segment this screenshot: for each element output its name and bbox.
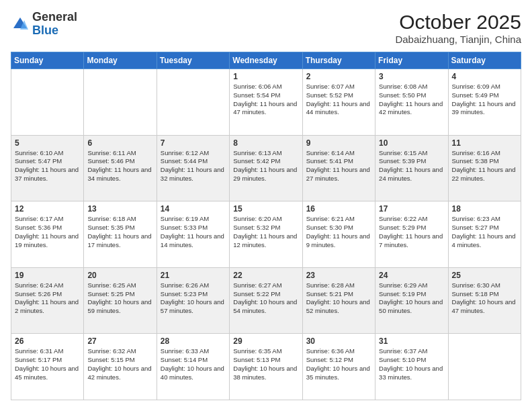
- day-number: 22: [233, 271, 298, 280]
- month-title: October 2025: [395, 11, 521, 34]
- col-header-friday: Friday: [375, 52, 448, 69]
- title-block: October 2025 Dabaizhuang, Tianjin, China: [395, 11, 521, 45]
- calendar-cell: 31Sunrise: 6:37 AMSunset: 5:10 PMDayligh…: [375, 334, 448, 400]
- day-info: Sunrise: 6:19 AMSunset: 5:33 PMDaylight:…: [161, 215, 226, 249]
- day-number: 30: [306, 336, 371, 346]
- day-number: 15: [233, 204, 298, 214]
- day-info: Sunrise: 6:08 AMSunset: 5:50 PMDaylight:…: [379, 83, 444, 117]
- calendar-cell: 16Sunrise: 6:21 AMSunset: 5:30 PMDayligh…: [302, 201, 375, 268]
- day-info: Sunrise: 6:32 AMSunset: 5:15 PMDaylight:…: [87, 347, 152, 381]
- calendar-cell: 22Sunrise: 6:27 AMSunset: 5:22 PMDayligh…: [230, 267, 302, 334]
- calendar-cell: 10Sunrise: 6:15 AMSunset: 5:39 PMDayligh…: [375, 135, 448, 201]
- calendar-cell: 12Sunrise: 6:17 AMSunset: 5:36 PMDayligh…: [11, 201, 84, 268]
- day-info: Sunrise: 6:21 AMSunset: 5:30 PMDaylight:…: [306, 215, 371, 249]
- day-info: Sunrise: 6:18 AMSunset: 5:35 PMDaylight:…: [87, 215, 152, 249]
- day-number: 21: [161, 271, 226, 280]
- day-number: 20: [87, 271, 152, 280]
- col-header-wednesday: Wednesday: [230, 52, 302, 69]
- day-number: 25: [452, 271, 517, 280]
- day-info: Sunrise: 6:20 AMSunset: 5:32 PMDaylight:…: [233, 215, 298, 249]
- day-number: 8: [233, 138, 298, 148]
- day-number: 23: [306, 271, 371, 280]
- col-header-tuesday: Tuesday: [157, 52, 229, 69]
- day-number: 26: [15, 336, 80, 346]
- day-number: 27: [87, 336, 152, 346]
- day-info: Sunrise: 6:07 AMSunset: 5:52 PMDaylight:…: [306, 83, 371, 117]
- day-number: 1: [233, 72, 298, 81]
- calendar-header-row: SundayMondayTuesdayWednesdayThursdayFrid…: [11, 52, 521, 69]
- day-info: Sunrise: 6:26 AMSunset: 5:23 PMDaylight:…: [161, 281, 226, 316]
- day-info: Sunrise: 6:23 AMSunset: 5:27 PMDaylight:…: [452, 215, 517, 249]
- day-number: 13: [87, 204, 152, 214]
- day-info: Sunrise: 6:24 AMSunset: 5:26 PMDaylight:…: [15, 281, 80, 316]
- day-number: 28: [161, 336, 226, 346]
- week-row-3: 12Sunrise: 6:17 AMSunset: 5:36 PMDayligh…: [11, 201, 521, 268]
- calendar-cell: 27Sunrise: 6:32 AMSunset: 5:15 PMDayligh…: [84, 334, 157, 400]
- day-number: 10: [379, 138, 444, 148]
- day-number: 7: [161, 138, 226, 148]
- day-number: 9: [306, 138, 371, 148]
- day-info: Sunrise: 6:12 AMSunset: 5:44 PMDaylight:…: [161, 149, 226, 183]
- calendar-table: SundayMondayTuesdayWednesdayThursdayFrid…: [11, 52, 521, 400]
- week-row-2: 5Sunrise: 6:10 AMSunset: 5:47 PMDaylight…: [11, 135, 521, 201]
- day-info: Sunrise: 6:09 AMSunset: 5:49 PMDaylight:…: [452, 83, 517, 117]
- day-number: 16: [306, 204, 371, 214]
- day-info: Sunrise: 6:22 AMSunset: 5:29 PMDaylight:…: [379, 215, 444, 249]
- day-number: 14: [161, 204, 226, 214]
- calendar-cell: 26Sunrise: 6:31 AMSunset: 5:17 PMDayligh…: [11, 334, 84, 400]
- day-number: 3: [379, 72, 444, 81]
- calendar-cell: 30Sunrise: 6:36 AMSunset: 5:12 PMDayligh…: [302, 334, 375, 400]
- calendar-cell: 3Sunrise: 6:08 AMSunset: 5:50 PMDaylight…: [375, 69, 448, 136]
- day-info: Sunrise: 6:14 AMSunset: 5:41 PMDaylight:…: [306, 149, 371, 183]
- calendar-cell: 18Sunrise: 6:23 AMSunset: 5:27 PMDayligh…: [448, 201, 521, 268]
- day-info: Sunrise: 6:36 AMSunset: 5:12 PMDaylight:…: [306, 347, 371, 381]
- col-header-monday: Monday: [84, 52, 157, 69]
- col-header-saturday: Saturday: [448, 52, 521, 69]
- day-info: Sunrise: 6:30 AMSunset: 5:18 PMDaylight:…: [452, 281, 517, 316]
- day-info: Sunrise: 6:16 AMSunset: 5:38 PMDaylight:…: [452, 149, 517, 183]
- logo-icon: [11, 15, 30, 34]
- calendar-cell: 15Sunrise: 6:20 AMSunset: 5:32 PMDayligh…: [230, 201, 302, 268]
- day-number: 6: [87, 138, 152, 148]
- day-info: Sunrise: 6:13 AMSunset: 5:42 PMDaylight:…: [233, 149, 298, 183]
- day-info: Sunrise: 6:17 AMSunset: 5:36 PMDaylight:…: [15, 215, 80, 249]
- calendar-cell: 5Sunrise: 6:10 AMSunset: 5:47 PMDaylight…: [11, 135, 84, 201]
- day-number: 31: [379, 336, 444, 346]
- calendar-cell: 7Sunrise: 6:12 AMSunset: 5:44 PMDaylight…: [157, 135, 229, 201]
- day-number: 18: [452, 204, 517, 214]
- calendar-cell: 17Sunrise: 6:22 AMSunset: 5:29 PMDayligh…: [375, 201, 448, 268]
- calendar-cell: [84, 69, 157, 136]
- day-info: Sunrise: 6:28 AMSunset: 5:21 PMDaylight:…: [306, 281, 371, 316]
- calendar-cell: 24Sunrise: 6:29 AMSunset: 5:19 PMDayligh…: [375, 267, 448, 334]
- day-info: Sunrise: 6:15 AMSunset: 5:39 PMDaylight:…: [379, 149, 444, 183]
- day-info: Sunrise: 6:31 AMSunset: 5:17 PMDaylight:…: [15, 347, 80, 381]
- calendar-cell: [448, 334, 521, 400]
- week-row-5: 26Sunrise: 6:31 AMSunset: 5:17 PMDayligh…: [11, 334, 521, 400]
- day-info: Sunrise: 6:33 AMSunset: 5:14 PMDaylight:…: [161, 347, 226, 381]
- calendar-cell: 23Sunrise: 6:28 AMSunset: 5:21 PMDayligh…: [302, 267, 375, 334]
- page: General Blue October 2025 Dabaizhuang, T…: [0, 0, 532, 411]
- day-number: 24: [379, 271, 444, 280]
- logo-blue-text: Blue: [32, 24, 77, 38]
- day-number: 11: [452, 138, 517, 148]
- calendar-cell: 29Sunrise: 6:35 AMSunset: 5:13 PMDayligh…: [230, 334, 302, 400]
- calendar-cell: 28Sunrise: 6:33 AMSunset: 5:14 PMDayligh…: [157, 334, 229, 400]
- calendar-cell: 2Sunrise: 6:07 AMSunset: 5:52 PMDaylight…: [302, 69, 375, 136]
- calendar-cell: [157, 69, 229, 136]
- calendar-cell: 11Sunrise: 6:16 AMSunset: 5:38 PMDayligh…: [448, 135, 521, 201]
- day-info: Sunrise: 6:10 AMSunset: 5:47 PMDaylight:…: [15, 149, 80, 183]
- calendar-cell: 14Sunrise: 6:19 AMSunset: 5:33 PMDayligh…: [157, 201, 229, 268]
- logo-general-text: General: [32, 11, 77, 24]
- logo: General Blue: [11, 11, 77, 38]
- calendar-cell: 13Sunrise: 6:18 AMSunset: 5:35 PMDayligh…: [84, 201, 157, 268]
- col-header-thursday: Thursday: [302, 52, 375, 69]
- day-number: 12: [15, 204, 80, 214]
- calendar-cell: 8Sunrise: 6:13 AMSunset: 5:42 PMDaylight…: [230, 135, 302, 201]
- header: General Blue October 2025 Dabaizhuang, T…: [11, 11, 521, 45]
- calendar-cell: 19Sunrise: 6:24 AMSunset: 5:26 PMDayligh…: [11, 267, 84, 334]
- day-number: 4: [452, 72, 517, 81]
- calendar-cell: 9Sunrise: 6:14 AMSunset: 5:41 PMDaylight…: [302, 135, 375, 201]
- day-info: Sunrise: 6:37 AMSunset: 5:10 PMDaylight:…: [379, 347, 444, 381]
- calendar-cell: 4Sunrise: 6:09 AMSunset: 5:49 PMDaylight…: [448, 69, 521, 136]
- day-number: 29: [233, 336, 298, 346]
